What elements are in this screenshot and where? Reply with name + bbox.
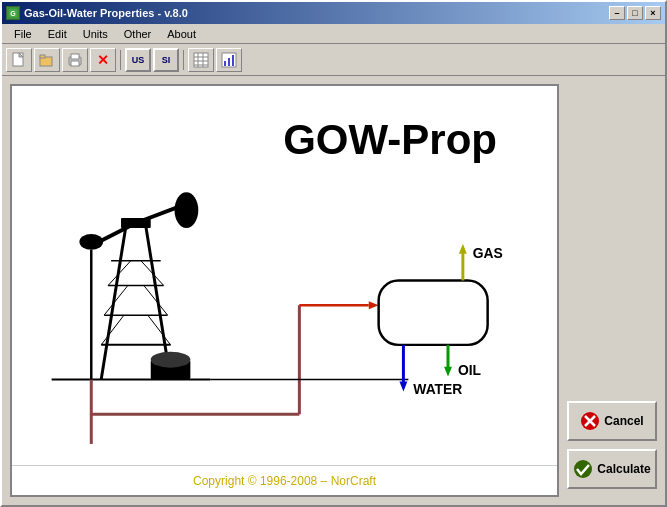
chart-button[interactable] <box>216 48 242 72</box>
print-button[interactable] <box>62 48 88 72</box>
svg-line-34 <box>136 206 181 223</box>
svg-line-26 <box>101 315 124 345</box>
open-button[interactable] <box>34 48 60 72</box>
table-button[interactable] <box>188 48 214 72</box>
title-bar: G Gas-Oil-Water Properties - v.8.0 – □ × <box>2 2 665 24</box>
svg-point-59 <box>574 460 592 478</box>
svg-point-37 <box>175 192 199 228</box>
cancel-label: Cancel <box>604 414 643 428</box>
svg-point-39 <box>151 352 191 368</box>
diagram-panel: GOW-Prop <box>10 84 559 497</box>
svg-rect-8 <box>71 61 79 66</box>
si-units-button[interactable]: SI <box>153 48 179 72</box>
svg-text:OIL: OIL <box>458 362 482 378</box>
menu-edit[interactable]: Edit <box>40 26 75 42</box>
svg-marker-52 <box>399 382 407 392</box>
menu-about[interactable]: About <box>159 26 204 42</box>
close-x-button[interactable]: ✕ <box>90 48 116 72</box>
svg-rect-46 <box>379 280 488 344</box>
calculate-icon <box>573 459 593 479</box>
svg-marker-50 <box>444 367 452 377</box>
main-window: G Gas-Oil-Water Properties - v.8.0 – □ ×… <box>0 0 667 507</box>
toolbar: ✕ US SI <box>2 44 665 76</box>
menu-other[interactable]: Other <box>116 26 160 42</box>
copyright-text: Copyright © 1996-2008 – NorCraft <box>12 465 557 495</box>
separator-1 <box>120 50 121 70</box>
main-content: GOW-Prop <box>2 76 665 505</box>
svg-rect-16 <box>224 61 226 66</box>
svg-rect-18 <box>232 55 234 66</box>
svg-point-35 <box>79 234 103 250</box>
svg-marker-45 <box>369 301 379 309</box>
menu-units[interactable]: Units <box>75 26 116 42</box>
window-controls: – □ × <box>609 6 661 20</box>
svg-line-27 <box>148 315 171 345</box>
new-button[interactable] <box>6 48 32 72</box>
svg-marker-48 <box>459 244 467 254</box>
side-buttons: Cancel Calculate <box>567 84 657 497</box>
cancel-button[interactable]: Cancel <box>567 401 657 441</box>
app-icon: G <box>6 6 20 20</box>
svg-rect-5 <box>40 55 45 58</box>
maximize-button[interactable]: □ <box>627 6 643 20</box>
menu-file[interactable]: File <box>6 26 40 42</box>
cancel-icon <box>580 411 600 431</box>
close-button[interactable]: × <box>645 6 661 20</box>
svg-rect-17 <box>228 58 230 66</box>
diagram-area: GOW-Prop <box>12 86 557 465</box>
calculate-label: Calculate <box>597 462 650 476</box>
svg-text:WATER: WATER <box>413 381 462 397</box>
diagram-svg: GAS OIL WATER <box>12 86 557 465</box>
svg-text:G: G <box>10 10 16 17</box>
menu-bar: File Edit Units Other About <box>2 24 665 44</box>
calculate-button[interactable]: Calculate <box>567 449 657 489</box>
us-units-button[interactable]: US <box>125 48 151 72</box>
minimize-button[interactable]: – <box>609 6 625 20</box>
window-title: Gas-Oil-Water Properties - v.8.0 <box>24 7 188 19</box>
svg-text:GAS: GAS <box>473 245 503 261</box>
separator-2 <box>183 50 184 70</box>
svg-rect-7 <box>71 54 79 59</box>
